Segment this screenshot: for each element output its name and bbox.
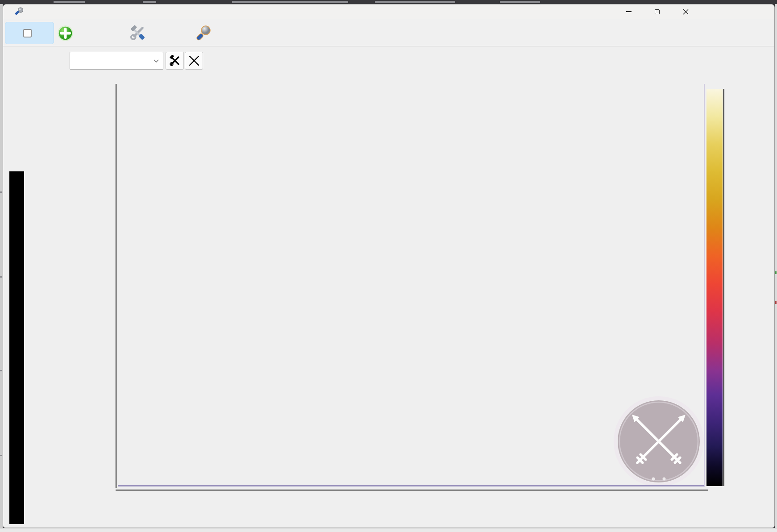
plus-icon [57,25,74,42]
stop-button[interactable] [5,22,54,44]
edge-mark [0,191,2,193]
stop-icon [23,29,32,37]
edge-mark [0,455,2,456]
close-button[interactable] [678,6,693,17]
titlebar[interactable] [3,4,774,19]
wrench-hammer-icon [169,55,181,66]
maximize-button[interactable] [649,6,665,17]
about-button[interactable] [195,22,216,44]
level-meter-bar [9,171,24,524]
le-comptoir-watermark [611,394,705,486]
right-strip-speck [775,301,777,304]
spectrogram-plot [118,84,705,486]
microphone-icon [195,25,212,41]
close-dock-icon [188,55,200,66]
y-axis-line [116,84,116,488]
chevron-down-icon [153,59,159,63]
app-icon [15,7,24,16]
clipped-text-fragment [232,1,348,3]
colorbar-axis-line [723,89,724,486]
background-window-top-strip [0,0,777,4]
minimize-icon [626,11,632,12]
background-window-right-strip [775,4,777,528]
edge-mark [0,370,2,371]
maximize-icon [655,9,660,14]
friture-window [3,4,775,528]
toolbar [3,19,774,46]
level-meter [9,171,58,524]
clipped-text-fragment [500,1,540,3]
x-axis-line [116,490,708,490]
tools-icon [129,25,146,42]
dock-settings-button[interactable] [166,52,184,70]
background-window-bottom-strip [0,528,777,532]
clipped-text-fragment [143,1,156,3]
right-strip-speck [775,271,777,274]
minimize-button[interactable] [621,6,636,17]
colorbar [706,89,723,486]
dock-close-button[interactable] [185,52,203,70]
clipped-text-fragment [375,1,455,3]
dock-type-select[interactable] [70,52,163,70]
settings-button[interactable] [129,22,150,44]
edge-mark [0,276,2,278]
clipped-text-fragment [54,1,85,3]
close-icon [683,9,689,15]
new-dock-button[interactable] [57,22,78,44]
